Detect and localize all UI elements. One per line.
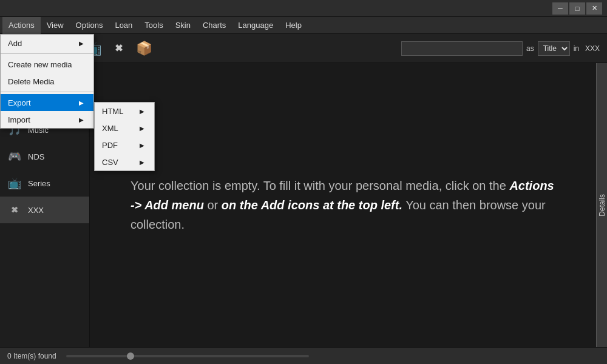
- menu-help[interactable]: Help: [279, 17, 308, 34]
- html-arrow: ▶: [140, 108, 144, 115]
- menu-import-item[interactable]: Import ▶: [1, 111, 93, 128]
- sidebar-item-xxx[interactable]: ✖ XXX: [0, 197, 89, 223]
- search-in-label: in: [574, 44, 579, 53]
- close-button[interactable]: ✕: [586, 2, 602, 15]
- import-submenu-arrow: ▶: [79, 116, 84, 123]
- menu-charts[interactable]: Charts: [197, 17, 232, 34]
- menu-actions[interactable]: Actions: [2, 17, 41, 34]
- export-submenu-arrow: ▶: [79, 99, 84, 106]
- menubar: Actions View Options Loan Tools Skin Cha…: [0, 17, 607, 34]
- export-html-item[interactable]: HTML ▶: [95, 103, 154, 120]
- sidebar-xxx-label: XXX: [28, 206, 44, 215]
- menu-language[interactable]: Language: [232, 17, 279, 34]
- export-pdf-item[interactable]: PDF ▶: [95, 136, 154, 153]
- menu-add-item[interactable]: Add ▶: [1, 35, 93, 52]
- details-label: Details: [598, 189, 606, 221]
- export-xml-item[interactable]: XML ▶: [95, 120, 154, 136]
- search-type-select[interactable]: Title: [538, 41, 570, 56]
- search-input[interactable]: [401, 41, 523, 56]
- menu-export-item[interactable]: Export ▶: [1, 94, 93, 111]
- export-submenu-menu: HTML ▶ XML ▶ PDF ▶ CSV ▶: [94, 102, 155, 171]
- search-area: as Title in XXX: [401, 41, 602, 56]
- menu-options[interactable]: Options: [70, 17, 109, 34]
- items-found-status: 0 Item(s) found: [7, 352, 56, 360]
- add-other-icon[interactable]: 📦: [132, 37, 155, 60]
- menu-delete-media-item[interactable]: Delete Media: [1, 73, 93, 90]
- series-icon: 📺: [7, 176, 22, 190]
- csv-arrow: ▶: [140, 159, 144, 166]
- menu-view[interactable]: View: [41, 17, 70, 34]
- content-area: Your collection is empty. To fill it wit…: [90, 63, 596, 347]
- status-bar: 0 Item(s) found: [0, 347, 607, 364]
- zoom-slider-track[interactable]: [66, 355, 309, 357]
- window-controls: ─ □ ✕: [552, 2, 602, 15]
- sidebar-item-nds[interactable]: 🎮 NDS: [0, 143, 89, 170]
- search-collection-name: XXX: [583, 44, 602, 53]
- add-xxx-icon[interactable]: ✖: [107, 37, 130, 60]
- sidebar-series-label: Series: [28, 179, 50, 188]
- separator-2: [1, 92, 93, 92]
- xml-arrow: ▶: [140, 125, 144, 132]
- actions-menu: Add ▶ Create new media Delete Media Expo…: [0, 34, 94, 129]
- pdf-arrow: ▶: [140, 142, 144, 149]
- title-bar: ─ □ ✕: [0, 0, 607, 17]
- export-csv-item[interactable]: CSV ▶: [95, 153, 154, 170]
- zoom-slider-thumb[interactable]: [127, 352, 134, 360]
- sidebar-item-series[interactable]: 📺 Series: [0, 170, 89, 197]
- add-submenu-arrow: ▶: [79, 40, 84, 47]
- maximize-button[interactable]: □: [569, 2, 585, 15]
- minimize-button[interactable]: ─: [552, 2, 568, 15]
- menu-loan[interactable]: Loan: [109, 17, 138, 34]
- sidebar-nds-label: NDS: [28, 152, 44, 161]
- menu-create-media-item[interactable]: Create new media: [1, 56, 93, 73]
- search-as-label: as: [526, 44, 534, 53]
- menu-tools[interactable]: Tools: [138, 17, 169, 34]
- empty-collection-message: Your collection is empty. To fill it wit…: [131, 176, 555, 234]
- menu-skin[interactable]: Skin: [169, 17, 197, 34]
- xxx-icon: ✖: [7, 203, 22, 217]
- details-panel-toggle[interactable]: Details: [596, 63, 607, 347]
- separator-1: [1, 53, 93, 54]
- nds-icon: 🎮: [7, 149, 22, 164]
